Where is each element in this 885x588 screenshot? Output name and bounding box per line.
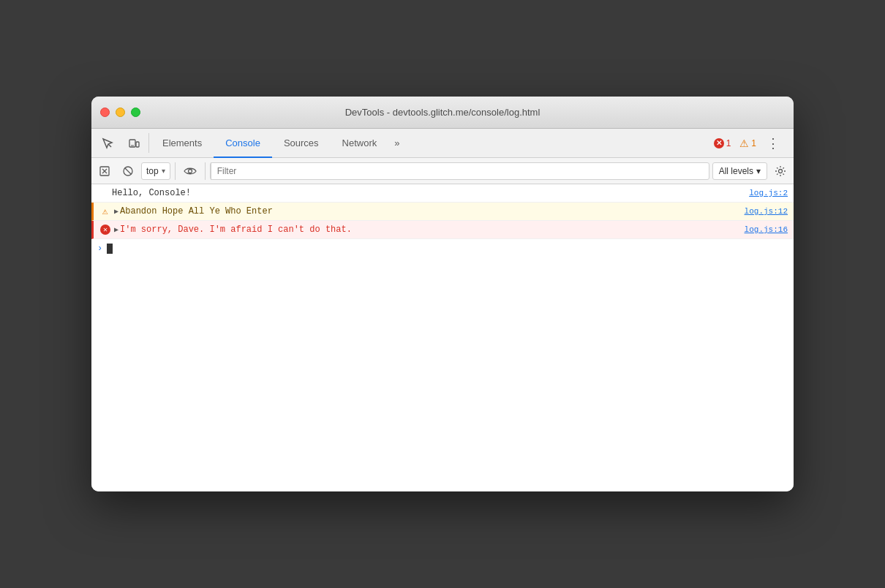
svg-rect-2 (136, 142, 139, 147)
console-toolbar: top ▾ All levels ▾ (91, 158, 794, 184)
console-source-error[interactable]: log.js:16 (745, 225, 788, 234)
toolbar-right: ✕ 1 ⚠ 1 ⋮ (711, 129, 791, 157)
tab-network[interactable]: Network (331, 129, 389, 158)
tab-elements[interactable]: Elements (151, 129, 214, 158)
console-content: Hello, Console! log.js:2 ⚠ ▶ Abandon Hop… (91, 184, 794, 491)
device-toolbar-button[interactable] (121, 129, 147, 158)
more-options-button[interactable]: ⋮ (762, 135, 785, 151)
warning-icon: ⚠ (739, 137, 749, 149)
svg-point-9 (188, 169, 192, 173)
console-settings-button[interactable] (770, 161, 791, 181)
context-selector[interactable]: top ▾ (141, 162, 170, 180)
console-row-error: ✕ ▶ I'm sorry, Dave. I'm afraid I can't … (91, 221, 794, 239)
minimize-button[interactable] (116, 108, 125, 117)
block-icon-button[interactable] (118, 161, 138, 181)
error-icon: ✕ (714, 138, 724, 148)
console-message-error: I'm sorry, Dave. I'm afraid I can't do t… (120, 225, 739, 235)
console-message-info: Hello, Console! (112, 188, 743, 198)
clear-console-button[interactable] (94, 161, 115, 181)
title-bar: DevTools - devtools.glitch.me/console/lo… (91, 97, 794, 129)
error-count-badge[interactable]: ✕ 1 (711, 137, 734, 150)
error-row-icon: ✕ (99, 224, 111, 235)
console-input-row: › (91, 239, 794, 258)
console-toolbar-divider (175, 162, 176, 180)
warning-row-icon: ⚠ (99, 206, 111, 217)
warning-count-badge[interactable]: ⚠ 1 (737, 136, 759, 151)
error-expand-arrow[interactable]: ▶ (114, 225, 118, 234)
console-message-warning: Abandon Hope All Ye Who Enter (120, 206, 739, 216)
window-title: DevTools - devtools.glitch.me/console/lo… (345, 107, 541, 118)
log-levels-dropdown[interactable]: All levels ▾ (712, 162, 767, 180)
filter-input[interactable] (211, 162, 709, 180)
console-toolbar-divider2 (205, 162, 206, 180)
warning-expand-arrow[interactable]: ▶ (114, 207, 118, 216)
console-row-warning: ⚠ ▶ Abandon Hope All Ye Who Enter log.js… (91, 203, 794, 221)
console-row-info: Hello, Console! log.js:2 (91, 184, 794, 203)
console-prompt: › (97, 244, 102, 254)
devtools-window: DevTools - devtools.glitch.me/console/lo… (91, 97, 794, 491)
devtools-toolbar: Elements Console Sources Network » ✕ 1 ⚠ (91, 129, 794, 158)
svg-line-0 (108, 144, 111, 147)
tabs: Elements Console Sources Network » (151, 129, 711, 157)
toolbar-divider (148, 133, 149, 153)
filter-input-wrap (210, 162, 709, 180)
console-cursor (107, 244, 113, 254)
close-button[interactable] (100, 108, 110, 117)
svg-line-8 (125, 167, 132, 174)
tab-sources[interactable]: Sources (272, 129, 331, 158)
tab-console[interactable]: Console (214, 129, 272, 158)
svg-point-10 (779, 169, 783, 173)
info-spacer-icon (97, 187, 109, 199)
traffic-lights (100, 108, 140, 117)
more-tabs-button[interactable]: » (388, 129, 405, 157)
console-source-warning[interactable]: log.js:12 (745, 207, 788, 216)
live-expressions-button[interactable] (180, 161, 200, 181)
inspect-element-button[interactable] (94, 129, 121, 158)
console-source-info[interactable]: log.js:2 (749, 189, 788, 197)
maximize-button[interactable] (131, 108, 140, 117)
